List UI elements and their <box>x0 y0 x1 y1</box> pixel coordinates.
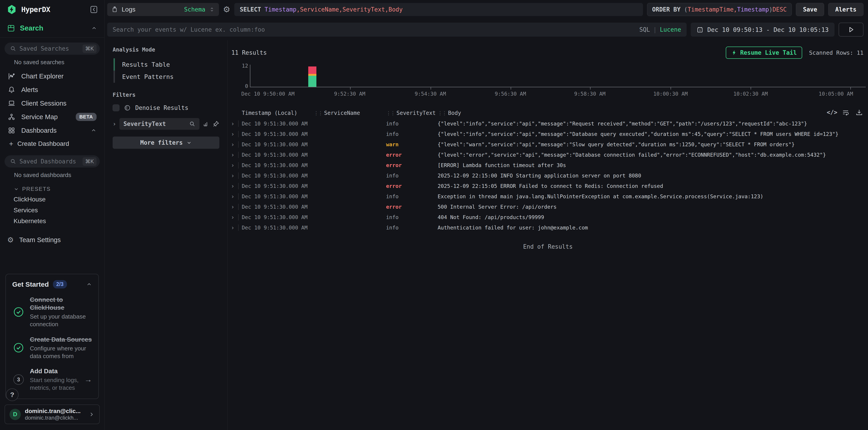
mode-results-table[interactable]: Results Table <box>114 58 219 70</box>
lucene-mode-label[interactable]: Lucene <box>660 26 681 33</box>
sidebar-item-dashboards[interactable]: Dashboards <box>0 124 104 137</box>
saved-dashboards-search[interactable]: ⌘K <box>4 155 100 168</box>
row-expand-icon[interactable]: › <box>231 121 235 127</box>
step-desc: Configure where your data comes from <box>30 345 92 360</box>
query-language-toggle[interactable]: SQL | Lucene <box>639 26 681 33</box>
date-range-picker[interactable]: 1 Dec 10 09:50:13 - Dec 10 10:05:13 <box>691 23 835 37</box>
row-expand-icon[interactable]: › <box>231 183 235 189</box>
row-expand-icon[interactable]: › <box>231 194 235 199</box>
view-source-icon[interactable]: </> <box>828 108 836 116</box>
saved-dashboards-input[interactable] <box>20 158 80 165</box>
sidebar-item-search[interactable]: Search <box>0 19 104 37</box>
search-icon[interactable] <box>189 121 195 127</box>
sql-fields-rest: ,ServiceName,SeverityText,Body <box>297 6 403 13</box>
resume-live-tail-button[interactable]: Resume Live Tail <box>726 46 802 59</box>
row-body: 500 Internal Server Error: /api/orders <box>438 204 868 210</box>
col-body[interactable]: ⋮⋮Body <box>438 110 868 116</box>
expand-filter-icon[interactable]: › <box>113 121 116 127</box>
user-email: dominic.tran@clickh... <box>25 415 84 421</box>
get-started-step-connect[interactable]: Connect to ClickHouse Set up your databa… <box>12 296 92 328</box>
get-started-step-sources[interactable]: Create Data Sources Configure where your… <box>12 335 92 360</box>
search-icon <box>10 45 16 52</box>
row-expand-icon[interactable]: › <box>231 225 235 231</box>
preset-clickhouse[interactable]: ClickHouse <box>0 194 104 205</box>
row-expand-icon[interactable]: › <box>231 131 235 137</box>
denoise-results-toggle[interactable]: Denoise Results <box>113 104 219 111</box>
saved-searches-input[interactable] <box>20 45 80 52</box>
drag-handle-icon[interactable]: ⋮⋮ <box>386 110 395 116</box>
chevron-right-icon <box>88 411 95 418</box>
saved-searches-search[interactable]: ⌘K <box>4 42 100 55</box>
help-button[interactable]: ? <box>6 388 19 401</box>
sidebar-collapse-icon[interactable] <box>89 5 98 14</box>
source-settings-gear-icon[interactable]: ⚙ <box>223 5 230 13</box>
histogram-bar[interactable] <box>308 65 316 87</box>
table-row[interactable]: › Dec 10 9:51:30.000 AM error 500 Intern… <box>228 202 868 212</box>
table-row[interactable]: › Dec 10 9:51:30.000 AM error 2025-12-09… <box>228 181 868 191</box>
row-expand-icon[interactable]: › <box>231 152 235 158</box>
run-query-button[interactable] <box>839 23 864 37</box>
sidebar-item-chart-explorer[interactable]: Chart Explorer <box>0 69 104 83</box>
row-expand-icon[interactable]: › <box>231 162 235 168</box>
presets-toggle[interactable]: PRESETS <box>0 182 104 194</box>
drag-handle-icon[interactable]: ⋮⋮ <box>438 110 446 116</box>
pin-icon[interactable] <box>213 121 219 127</box>
preset-kubernetes[interactable]: Kubernetes <box>0 216 104 227</box>
table-row[interactable]: › Dec 10 9:51:30.000 AM error [ERROR] La… <box>228 160 868 170</box>
alerts-button[interactable]: Alerts <box>828 3 864 16</box>
preset-services[interactable]: Services <box>0 205 104 216</box>
step-desc: Set up your database connection <box>30 313 92 328</box>
table-row[interactable]: › Dec 10 9:51:30.000 AM info Exception i… <box>228 191 868 202</box>
get-started-step-add-data[interactable]: 3 Add Data Start sending logs, metrics, … <box>12 367 92 392</box>
y-axis-max-label: 12 <box>235 63 248 69</box>
severitytext-filter-box[interactable]: SeverityText <box>119 118 199 130</box>
sidebar-item-alerts[interactable]: Alerts <box>0 83 104 97</box>
col-servicename[interactable]: ⋮⋮ServiceName <box>314 110 386 116</box>
table-row[interactable]: › Dec 10 9:51:30.000 AM info {"level":"i… <box>228 129 868 139</box>
sidebar-item-team-settings[interactable]: ⚙ Team Settings <box>0 233 104 247</box>
x-axis-tick-label: 9:56:30 AM <box>495 91 526 97</box>
chart-toggle-icon[interactable] <box>203 121 210 127</box>
event-search-box[interactable]: SQL | Lucene <box>107 23 687 37</box>
table-row[interactable]: › Dec 10 9:51:30.000 AM info 2025-12-09 … <box>228 170 868 181</box>
table-row[interactable]: › Dec 10 9:51:30.000 AM error {"level":"… <box>228 150 868 160</box>
sidebar-item-client-sessions[interactable]: Client Sessions <box>0 97 104 110</box>
sql-mode-label[interactable]: SQL <box>639 26 650 33</box>
col-timestamp[interactable]: Timestamp (Local) <box>242 110 314 116</box>
order-by-input[interactable]: ORDER BY (TimestampTime, Timestamp) DESC <box>647 3 792 16</box>
chevron-up-icon[interactable] <box>91 25 97 31</box>
row-expand-icon[interactable]: › <box>231 214 235 220</box>
denoise-checkbox[interactable] <box>113 104 119 111</box>
text-wrap-icon[interactable] <box>842 108 849 116</box>
row-expand-icon[interactable]: › <box>231 204 235 210</box>
col-severitytext[interactable]: ⋮⋮SeverityText <box>386 110 438 116</box>
row-timestamp: Dec 10 9:51:30.000 AM <box>242 121 314 127</box>
chevron-up-icon[interactable] <box>86 282 92 287</box>
sidebar-item-service-map[interactable]: Service Map BETA <box>0 110 104 124</box>
row-expand-icon[interactable]: › <box>231 173 235 178</box>
row-timestamp: Dec 10 9:51:30.000 AM <box>242 141 314 147</box>
get-started-title: Get Started <box>12 280 49 288</box>
table-row[interactable]: › Dec 10 9:51:30.000 AM info {"level":"i… <box>228 119 868 129</box>
drag-handle-icon[interactable]: ⋮⋮ <box>314 110 322 116</box>
sql-select-keyword: SELECT <box>240 6 261 13</box>
bar-segment-warn <box>308 74 316 76</box>
more-filters-button[interactable]: More filters <box>113 137 219 149</box>
table-row[interactable]: › Dec 10 9:51:30.000 AM info Authenticat… <box>228 223 868 233</box>
row-timestamp: Dec 10 9:51:30.000 AM <box>242 152 314 158</box>
create-dashboard-button[interactable]: + Create Dashboard <box>0 137 104 150</box>
table-row[interactable]: › Dec 10 9:51:30.000 AM info 404 Not Fou… <box>228 212 868 223</box>
download-icon[interactable] <box>855 108 863 116</box>
mode-event-patterns[interactable]: Event Patterns <box>114 70 219 83</box>
row-expand-icon[interactable]: › <box>231 141 235 147</box>
save-button[interactable]: Save <box>796 3 824 16</box>
chevron-up-icon[interactable] <box>91 128 97 133</box>
calendar-icon: 1 <box>696 26 703 33</box>
table-row[interactable]: › Dec 10 9:51:30.000 AM warn {"level":"w… <box>228 139 868 150</box>
filters-label: Filters <box>113 92 219 98</box>
x-axis-tick-label: 9:58:30 AM <box>574 91 606 97</box>
event-search-input[interactable] <box>113 26 635 33</box>
sql-select-input[interactable]: SELECT Timestamp,ServiceName,SeverityTex… <box>234 3 643 16</box>
source-select[interactable]: Logs Schema <box>107 3 219 16</box>
user-menu[interactable]: D dominic.tran@clic... dominic.tran@clic… <box>4 404 100 424</box>
